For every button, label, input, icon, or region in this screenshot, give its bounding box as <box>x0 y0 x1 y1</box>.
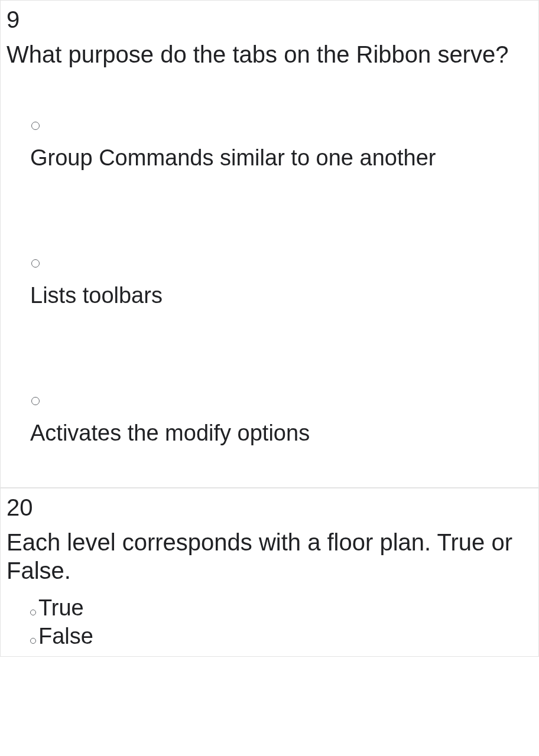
option-false[interactable]: False <box>30 623 532 651</box>
radio-icon[interactable] <box>30 638 36 644</box>
question-block-9: 9 What purpose do the tabs on the Ribbon… <box>0 0 539 488</box>
radio-icon[interactable] <box>31 397 40 405</box>
option-group-commands[interactable]: Group Commands similar to one another <box>30 122 532 171</box>
radio-icon[interactable] <box>31 259 40 268</box>
option-true[interactable]: True <box>30 594 532 623</box>
option-label: False <box>38 624 93 649</box>
radio-icon[interactable] <box>31 122 40 130</box>
option-lists-toolbars[interactable]: Lists toolbars <box>30 259 532 308</box>
option-label: True <box>38 595 84 620</box>
radio-icon[interactable] <box>30 610 36 615</box>
question-text: Each level corresponds with a floor plan… <box>7 528 532 585</box>
question-text: What purpose do the tabs on the Ribbon s… <box>7 40 532 69</box>
options-list: Group Commands similar to one another Li… <box>7 74 532 446</box>
option-label: Lists toolbars <box>30 283 163 308</box>
option-activates-modify[interactable]: Activates the modify options <box>30 397 532 446</box>
option-label: Activates the modify options <box>30 421 310 445</box>
question-block-20: 20 Each level corresponds with a floor p… <box>0 488 539 657</box>
question-number: 20 <box>7 494 532 521</box>
option-label: Group Commands similar to one another <box>30 145 436 170</box>
options-list: True False <box>7 591 532 650</box>
question-number: 9 <box>7 6 532 33</box>
